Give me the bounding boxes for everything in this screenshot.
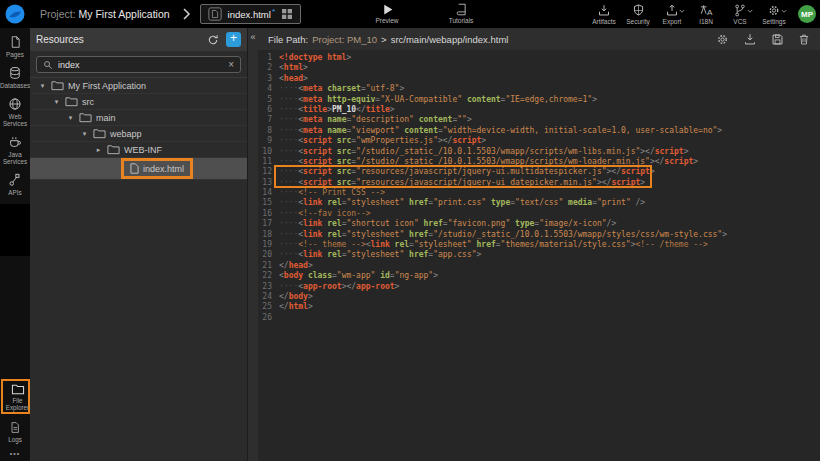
tree-item-label: WEB-INF: [124, 145, 162, 155]
code-text: ····<!--fav icon-->: [279, 209, 371, 219]
delete-trash-icon[interactable]: [798, 33, 810, 46]
app-logo[interactable]: [0, 0, 30, 28]
tree-item-index-html[interactable]: index.html: [30, 158, 247, 180]
line-number: 13: [258, 178, 272, 188]
folder-icon: [79, 112, 92, 123]
sidebar-spacer: [0, 204, 30, 256]
save-icon[interactable]: [771, 33, 784, 46]
tree-item-label: src: [82, 97, 94, 107]
tree-item-main[interactable]: ▾main: [30, 110, 247, 126]
code-line: 10····<script src="/studio/_static_/10.0…: [258, 147, 820, 157]
vcs-label: VCS: [733, 18, 746, 25]
code-line: 23····<app-root></app-root>: [258, 282, 820, 292]
export-button[interactable]: Export: [659, 4, 685, 25]
tab-index-html[interactable]: index.html*: [200, 4, 301, 24]
pages-icon: [9, 35, 22, 49]
logs-icon: [9, 421, 21, 434]
project-name[interactable]: My First Application: [79, 8, 170, 20]
code-line: 2<html>: [258, 63, 820, 73]
chevron-down-icon[interactable]: ▾: [66, 114, 75, 122]
chevron-right-icon[interactable]: ▸: [94, 146, 103, 154]
sidebar-item-web-services[interactable]: Web Services: [0, 97, 30, 127]
export-label: Export: [663, 18, 682, 25]
chevron-down-icon[interactable]: ▾: [80, 130, 89, 138]
sidebar-bottom-group: File Explorer Logs •••: [0, 379, 30, 457]
chevron-down-icon: [679, 9, 685, 14]
code-editor[interactable]: 1<!doctype html>2<html>3<head>4····<meta…: [258, 50, 820, 461]
i18n-button[interactable]: A I18N: [693, 4, 719, 25]
vcs-branch-icon: [733, 4, 747, 17]
code-text: ····<meta http-equiv="X-UA-Compatible" c…: [279, 95, 597, 105]
code-text: ····<link rel="stylesheet" href="/studio…: [279, 230, 727, 240]
download-icon[interactable]: [743, 33, 757, 46]
sidebar-label: Databases: [0, 82, 30, 89]
project-breadcrumb: Project: My First Application: [40, 8, 170, 20]
code-text: ····<title>PM_10</title>: [279, 105, 395, 115]
code-line: 5····<meta http-equiv="X-UA-Compatible" …: [258, 95, 820, 105]
editor-settings-gear-icon[interactable]: [716, 33, 729, 46]
sidebar-item-file-explorer[interactable]: File Explorer: [3, 383, 33, 411]
code-text: ····<meta charset="utf-8">: [279, 84, 404, 94]
tree-item-src[interactable]: ▾src: [30, 94, 247, 110]
code-text: <body class="wm-app" id="ng-app">: [279, 271, 438, 281]
tree-item-my-first-application[interactable]: ▾My First Application: [30, 78, 247, 94]
file-path-prefix: File Path:: [268, 34, 308, 45]
file-icon: [208, 7, 222, 21]
line-number: 25: [258, 302, 272, 312]
wavemaker-logo-icon: [5, 4, 25, 24]
code-line: 22<body class="wm-app" id="ng-app">: [258, 271, 820, 281]
sidebar-item-logs[interactable]: Logs: [0, 421, 30, 443]
tree-item-webapp[interactable]: ▾webapp: [30, 126, 247, 142]
file-icon: [130, 163, 139, 174]
file-path-bar: File Path: Project: PM_10 > src/main/web…: [258, 28, 820, 50]
search-input[interactable]: [58, 60, 223, 70]
code-line: 7····<meta name="description" content=""…: [258, 115, 820, 125]
code-line: 9····<script src="wmProperties.js"></scr…: [258, 136, 820, 146]
clear-search-icon[interactable]: ×: [228, 60, 234, 70]
line-number: 6: [258, 105, 272, 115]
sidebar-item-java-services[interactable]: Java Services: [0, 135, 30, 165]
topbar-actions: Artifacts Security Export A I18N: [591, 0, 816, 28]
security-label: Security: [626, 18, 649, 25]
code-text: ····<link rel="stylesheet" href="app.css…: [279, 250, 481, 260]
chevron-down-icon: [747, 9, 753, 14]
play-icon: [381, 3, 394, 16]
folder-icon: [107, 144, 120, 155]
vcs-button[interactable]: VCS: [727, 4, 753, 25]
preview-label: Preview: [375, 17, 398, 24]
settings-button[interactable]: Settings: [761, 4, 787, 25]
line-number: 19: [258, 240, 272, 250]
panel-collapse-button[interactable]: «: [248, 28, 258, 461]
web-services-globe-icon: [8, 97, 22, 111]
tree-item-label: main: [96, 113, 116, 123]
collapse-left-icon: «: [250, 32, 255, 42]
code-lines: 1<!doctype html>2<html>3<head>4····<meta…: [258, 53, 820, 323]
tree-item-web-inf[interactable]: ▸WEB-INF: [30, 142, 247, 158]
chevron-down-icon[interactable]: ▾: [38, 82, 47, 90]
line-number: 22: [258, 271, 272, 281]
line-number: 10: [258, 147, 272, 157]
preview-button[interactable]: Preview: [374, 3, 400, 24]
code-line: 18····<link rel="stylesheet" href="/stud…: [258, 230, 820, 240]
code-line: 21</head>: [258, 261, 820, 271]
refresh-icon[interactable]: [207, 34, 219, 46]
artifacts-button[interactable]: Artifacts: [591, 4, 617, 25]
sidebar-item-pages[interactable]: Pages: [0, 35, 30, 58]
artifacts-download-icon: [597, 4, 611, 17]
book-icon: [455, 3, 468, 16]
line-number: 12: [258, 167, 272, 177]
grid-icon[interactable]: [281, 8, 293, 20]
tutorials-button[interactable]: Tutorials: [448, 3, 474, 24]
code-text: ····<link rel="stylesheet" href="print.c…: [279, 198, 645, 208]
sidebar-item-databases[interactable]: Databases: [0, 66, 30, 89]
code-text: <head>: [279, 74, 308, 84]
file-toolbar: [716, 33, 810, 46]
security-button[interactable]: Security: [625, 4, 651, 25]
line-number: 15: [258, 198, 272, 208]
sidebar-overflow-button[interactable]: •••: [10, 450, 20, 457]
user-avatar[interactable]: MP: [798, 5, 816, 23]
code-line: 4····<meta charset="utf-8">: [258, 84, 820, 94]
sidebar-item-apis[interactable]: APIs: [0, 173, 30, 196]
chevron-down-icon[interactable]: ▾: [52, 98, 61, 106]
add-resource-button[interactable]: +: [226, 32, 241, 47]
